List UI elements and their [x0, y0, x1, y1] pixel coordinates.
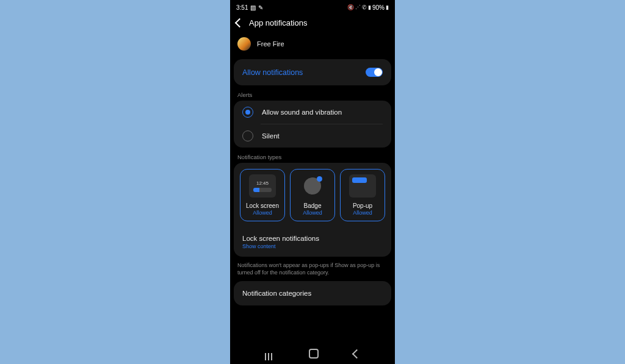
badge-preview-icon — [299, 174, 326, 198]
radio-icon — [242, 130, 253, 141]
alert-option-sound[interactable]: Allow sound and vibration — [234, 101, 391, 124]
app-row: Free Fire — [230, 34, 395, 59]
allow-label: Allow notifications — [242, 68, 303, 77]
header: App notifications — [230, 15, 395, 34]
type-tile-lock-screen[interactable]: 12:45 Lock screen Allowed — [240, 169, 285, 221]
type-name: Lock screen — [246, 202, 279, 209]
lock-notif-title: Lock screen notifications — [242, 235, 383, 242]
type-name: Badge — [304, 202, 322, 209]
nav-back-icon[interactable] — [352, 349, 361, 359]
popup-preview-bar — [352, 177, 367, 183]
type-status: Allowed — [253, 210, 272, 216]
back-icon[interactable] — [235, 18, 245, 28]
type-tile-popup[interactable]: Pop-up Allowed — [340, 169, 385, 221]
nav-recent-icon[interactable] — [265, 353, 273, 354]
section-label-alerts: Alerts — [230, 85, 395, 101]
nav-home-icon[interactable] — [309, 349, 319, 359]
lock-preview-icon: 12:45 — [249, 174, 276, 198]
categories-label: Notification categories — [242, 290, 383, 297]
image-icon: ▧ — [250, 4, 256, 11]
call-icon: ✆ — [362, 4, 367, 10]
notification-categories-row[interactable]: Notification categories — [234, 281, 391, 305]
lock-preview-bar — [253, 188, 272, 192]
signal-icon: ▮ — [368, 4, 371, 10]
battery-pct: 90% — [372, 4, 385, 11]
edit-icon: ✎ — [258, 4, 263, 11]
alert-option-label: Allow sound and vibration — [262, 109, 342, 116]
lock-notif-sub: Show content — [242, 243, 383, 249]
types-card: 12:45 Lock screen Allowed Badge Allowed — [234, 163, 391, 257]
phone-frame: 3:51 ▧ ✎ 🔇 ⋰ ✆ ▮ 90% ▮ App notifications… — [230, 0, 395, 364]
alert-option-label: Silent — [262, 132, 280, 140]
type-status: Allowed — [353, 210, 372, 216]
lock-preview-time: 12:45 — [256, 180, 269, 186]
wifi-icon: ⋰ — [355, 4, 361, 10]
toggle-knob — [374, 68, 382, 76]
status-time: 3:51 — [236, 4, 248, 11]
badge-dot-icon — [317, 176, 322, 182]
section-label-types: Notification types — [230, 148, 395, 163]
allow-toggle[interactable] — [366, 68, 383, 77]
popup-preview-icon — [349, 174, 376, 198]
popup-note: Notifications won't appear as pop-ups if… — [230, 257, 395, 281]
radio-selected-icon — [242, 107, 253, 118]
nav-bar — [230, 343, 395, 364]
battery-icon: ▮ — [386, 4, 389, 10]
app-icon — [237, 37, 251, 51]
categories-card: Notification categories — [234, 281, 391, 305]
type-name: Pop-up — [353, 202, 372, 209]
mute-icon: 🔇 — [347, 4, 354, 10]
alerts-card: Allow sound and vibration Silent — [234, 101, 391, 148]
app-name: Free Fire — [257, 40, 284, 48]
lock-screen-notifications-row[interactable]: Lock screen notifications Show content — [234, 229, 391, 257]
type-status: Allowed — [303, 210, 322, 216]
type-tile-badge[interactable]: Badge Allowed — [290, 169, 335, 221]
status-bar: 3:51 ▧ ✎ 🔇 ⋰ ✆ ▮ 90% ▮ — [230, 0, 395, 15]
page-title: App notifications — [249, 18, 307, 27]
allow-card: Allow notifications — [234, 59, 391, 85]
alert-option-silent[interactable]: Silent — [234, 124, 391, 148]
